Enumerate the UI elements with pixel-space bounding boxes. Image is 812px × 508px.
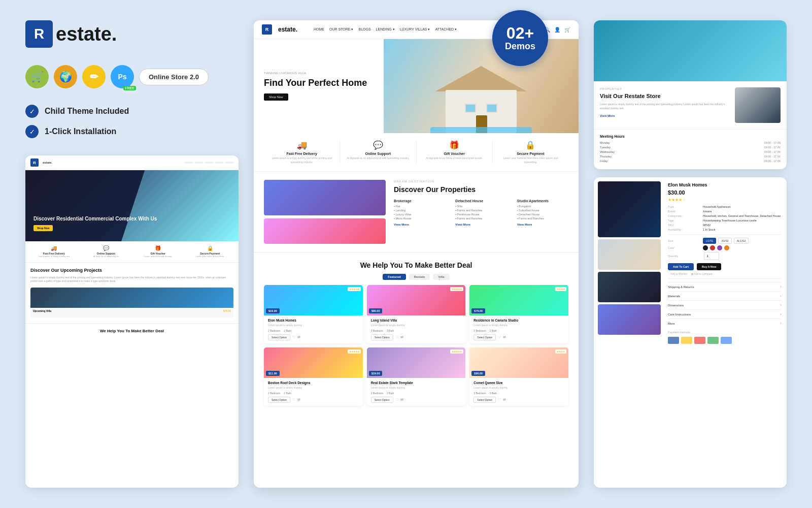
cs-tab-featured[interactable]: Featured — [383, 274, 405, 280]
compare-icon-4[interactable]: ⇄ — [297, 398, 300, 402]
user-icon[interactable]: 👤 — [554, 27, 560, 33]
cs-select-btn-3[interactable]: Select Option — [473, 334, 496, 340]
cs-card-img-5: $19.00 ★★★★★ — [367, 347, 466, 378]
compare-icon-1[interactable]: ⇄ — [297, 335, 300, 339]
cs-features: 🚚 Fast Free Delivery Lorem ipsum is simp… — [254, 133, 579, 172]
rs2-price: $30.00 — [668, 189, 782, 196]
cs-feat-title-1: Fast Free Delivery — [286, 152, 317, 155]
rs2-buy-now-btn[interactable]: Buy It Now — [697, 263, 721, 270]
rs2-accordion-shipping[interactable]: Shipping & Returns › — [668, 282, 782, 291]
rs2-tags-value: Housekeeping Townhouse Luxurious castle — [703, 219, 757, 222]
cs-card-img-2: $90.00 ★★★★★ — [367, 285, 466, 315]
rs2-body: Elon Musk Homes $30.00 ★★★★☆ Type : Hous… — [594, 177, 787, 488]
rs2-color-3[interactable] — [717, 245, 722, 250]
cs-cat-title-3: Studio Apartments — [517, 199, 568, 203]
cs-select-btn-2[interactable]: Select Option — [371, 334, 393, 340]
compare-icon-6[interactable]: ⇄ — [503, 398, 506, 402]
cs-nav-blogs[interactable]: BLOGS — [358, 27, 370, 31]
cs-spec-bed-2: 3 Bedroom — [371, 329, 383, 332]
rs2-main-img[interactable] — [598, 181, 661, 237]
cs-select-btn-6[interactable]: Select Option — [473, 397, 496, 403]
rs2-qty-input[interactable] — [704, 252, 719, 260]
cs-card-price-4: $11.00 — [266, 371, 280, 376]
gift-icon: 🎁 — [155, 245, 161, 251]
cs-nav-villas[interactable]: LUXURY VILLAS ▾ — [400, 27, 430, 31]
cs-delivery-icon: 🚚 — [297, 140, 307, 150]
cs-spec-bed-5: 2 Bedroom — [371, 392, 383, 395]
rs2-pay-mc — [681, 337, 692, 344]
rs2-accordion-materials[interactable]: Materials › — [668, 291, 782, 300]
ps-free-badge: FREE — [123, 86, 136, 90]
rs2-add-to-cart-btn[interactable]: Add To Cart — [668, 263, 694, 270]
rs1-time-2: 09:00 - 17:00 — [764, 146, 781, 149]
globe-icon: 🌍 — [54, 65, 77, 88]
rs2-accordion-more[interactable]: More › — [668, 319, 782, 328]
preview-project-card: Upcoming Villa $75.00 — [30, 288, 233, 318]
rs2-thumb-2[interactable] — [598, 272, 661, 302]
cs-props-title: Discover Our Properties — [394, 185, 568, 194]
rs2-acc-arrow-3: › — [780, 303, 782, 307]
rs2-color-1[interactable] — [703, 245, 708, 250]
wishlist-icon-6[interactable]: ♡ — [498, 398, 501, 402]
wishlist-icon-4[interactable]: ♡ — [292, 398, 295, 402]
rs2-size-btn-3[interactable]: ALC/G2 — [734, 238, 749, 244]
wishlist-icon-3[interactable]: ♡ — [498, 335, 501, 339]
cs-nav-lending[interactable]: LENDING ▾ — [376, 27, 395, 31]
cs-properties-section: DREAM DESTINATION Discover Our Propertie… — [254, 172, 579, 252]
rs2-compare-link[interactable]: ⇄ Add to Compare — [691, 272, 713, 275]
rs1-thumb-bg — [735, 87, 781, 123]
rs2-thumb-3[interactable] — [598, 304, 661, 335]
cs-tab-villa[interactable]: Villa — [433, 274, 449, 280]
cs-select-btn-1[interactable]: Select Option — [268, 334, 290, 340]
cs-view-more-2[interactable]: View More — [455, 223, 506, 226]
cs-nav-attached[interactable]: ATTACHED ▾ — [435, 27, 457, 31]
rs2-color-4[interactable] — [724, 245, 729, 250]
cs-spec-bed-4: 2 Bedroom — [268, 392, 280, 395]
right-screenshot-1: PROPERTIES Visit Our Restate Store Lorem… — [594, 20, 787, 169]
rs1-view-more-link[interactable]: View More — [600, 114, 729, 117]
wishlist-icon-5[interactable]: ♡ — [395, 398, 398, 402]
cs-nav-store[interactable]: OUR STORE ▾ — [329, 27, 353, 31]
house-illustration — [430, 62, 532, 133]
cs-card-specs-1: 2 Bedroom · 2 Bath — [268, 329, 359, 332]
rs2-acc-arrow-2: › — [780, 294, 782, 298]
preview-projects-title: Discover Our Upcoming Projects — [30, 268, 233, 273]
wishlist-icon-2[interactable]: ♡ — [395, 335, 398, 339]
cs-view-more-1[interactable]: View More — [394, 223, 445, 226]
rs2-details: Elon Musk Homes $30.00 ★★★★☆ Type : Hous… — [665, 177, 787, 488]
cs-tab-rentals[interactable]: Rentals — [409, 274, 430, 280]
rs2-acc-arrow-4: › — [780, 312, 782, 316]
house-roof — [435, 66, 527, 91]
rs2-size-btn-2[interactable]: 2G/S2 — [718, 238, 731, 244]
rs1-store-thumbnail — [735, 87, 781, 123]
cs-view-more-3[interactable]: View More — [517, 223, 568, 226]
compare-icon-2[interactable]: ⇄ — [400, 335, 403, 339]
house-window-left — [465, 104, 476, 113]
compare-icon-5[interactable]: ⇄ — [400, 398, 403, 402]
cs-cat-item-2-1: • Villa — [455, 205, 506, 208]
brand-logo: R estate. — [25, 20, 239, 48]
cs-select-btn-5[interactable]: Select Option — [371, 397, 393, 403]
rs2-accordion-dimensions[interactable]: Dimensions › — [668, 300, 782, 309]
cs-cards-row-2: $11.00 ★★★★★ Boston Roof Deck Designs Lo… — [264, 347, 568, 406]
rs2-sku-value: 98562 — [703, 224, 710, 227]
cs-cat-item-2-4: • Farms and Ranches — [455, 217, 506, 220]
rs1-time-5: 09:00 - 17:00 — [764, 160, 781, 163]
compare-icon-3[interactable]: ⇄ — [503, 335, 506, 339]
preview-feature-4: 🔒 Secure Payment Lorem your home at here… — [187, 245, 234, 258]
wishlist-icon-1[interactable]: ♡ — [292, 335, 295, 339]
cs-select-btn-4[interactable]: Select Option — [268, 397, 290, 403]
cs-nav-home[interactable]: HOME — [314, 27, 324, 31]
cs-secure-icon: 🔒 — [525, 140, 535, 150]
rs2-wishlist-link[interactable]: ♡ Add to Wishlist — [668, 272, 687, 275]
rs2-size-btn-1[interactable]: LG/TE — [703, 238, 716, 244]
cs-action-icons-4: ♡ ⇄ — [292, 398, 300, 402]
rs2-color-2[interactable] — [710, 245, 715, 250]
preview-hero-cta[interactable]: Shop Now — [33, 225, 53, 231]
rs2-thumb-1[interactable] — [598, 239, 661, 270]
cs-card-body-5: Real Estate Stark Template Lorem ipsum i… — [367, 378, 466, 406]
cart-icon[interactable]: 🛒 — [564, 27, 570, 33]
cs-spec-bath-5: · 2 Bath — [385, 392, 394, 395]
cs-hero-cta[interactable]: Shop Now — [264, 93, 288, 101]
rs2-accordion-care[interactable]: Care Instructions › — [668, 309, 782, 319]
